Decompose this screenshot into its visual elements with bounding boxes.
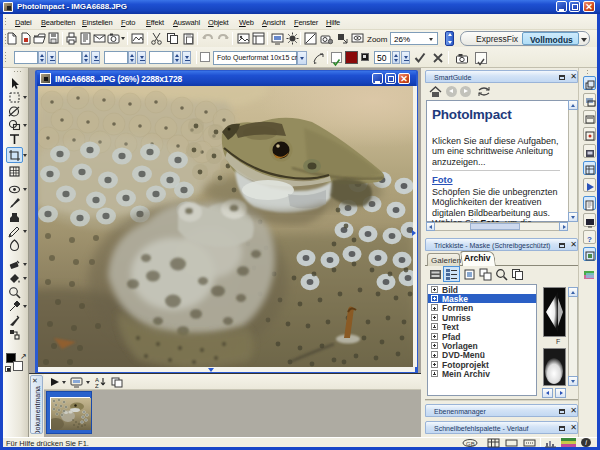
svg-text:?: ? — [587, 235, 592, 244]
svg-text:Z: Z — [95, 383, 99, 388]
svg-text:GB: GB — [466, 441, 475, 447]
